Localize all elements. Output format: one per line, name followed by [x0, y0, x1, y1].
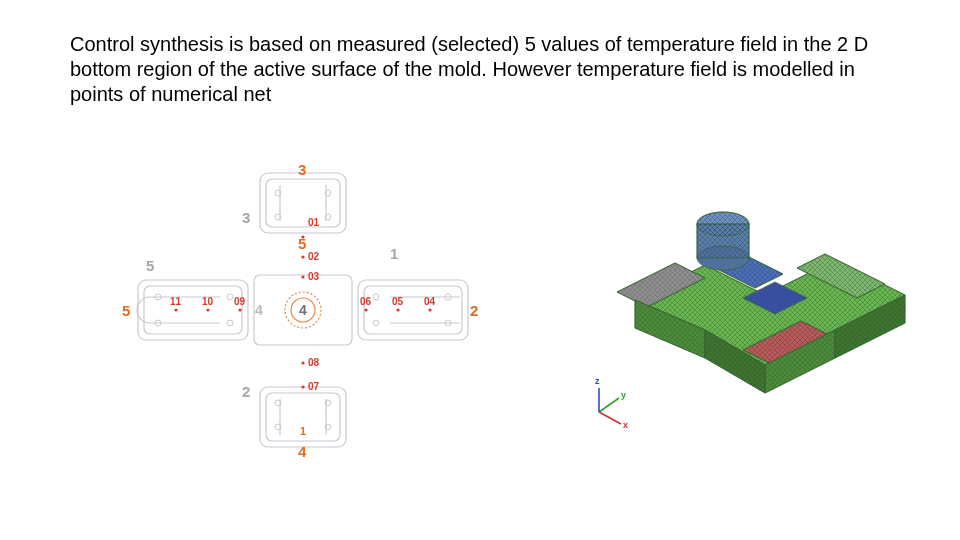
pt-02: 02 [308, 251, 319, 262]
svg-point-33 [227, 320, 233, 326]
branch-right-orange: 2 [470, 302, 478, 319]
axis-y-label: y [621, 390, 626, 400]
center-number: 4 [299, 302, 307, 318]
paragraph-text: Control synthesis is based on measured (… [70, 32, 890, 107]
svg-rect-1 [260, 387, 346, 447]
pt-11: 11 [170, 296, 181, 307]
branch-left-orange: 5 [122, 302, 130, 319]
svg-point-18 [301, 255, 304, 258]
svg-rect-6 [144, 286, 242, 334]
axis-z-label: z [595, 376, 600, 386]
svg-point-14 [364, 308, 367, 311]
small-1-bottom: 1 [300, 425, 306, 437]
mold-3d-mesh-svg [575, 150, 915, 450]
branch-mid-orange: 5 [298, 235, 306, 252]
branch-bottom-gray: 2 [242, 383, 250, 400]
pt-07: 07 [308, 381, 319, 392]
right-3d-mesh-diagram: x y z [575, 150, 915, 450]
branch-bottom-orange: 4 [298, 443, 306, 460]
pt-09: 09 [234, 296, 245, 307]
svg-line-62 [599, 412, 621, 424]
svg-point-15 [396, 308, 399, 311]
left-2d-mold-diagram: 3 5 5 2 4 3 5 1 2 4 4 11 10 09 06 05 04 … [130, 165, 480, 455]
svg-rect-3 [358, 280, 468, 340]
branch-right-gray: 1 [390, 245, 398, 262]
branch-left-gray: 5 [146, 257, 154, 274]
svg-rect-7 [364, 286, 462, 334]
svg-line-63 [599, 398, 619, 412]
svg-point-16 [428, 308, 431, 311]
axes-triad-icon [599, 388, 621, 424]
axis-x-label: x [623, 420, 628, 430]
svg-point-11 [174, 308, 177, 311]
pt-05: 05 [392, 296, 403, 307]
branch-top-orange: 3 [298, 161, 306, 178]
svg-point-19 [301, 275, 304, 278]
svg-point-34 [373, 294, 379, 300]
svg-point-21 [301, 385, 304, 388]
pt-03: 03 [308, 271, 319, 282]
pt-04: 04 [424, 296, 435, 307]
pt-08: 08 [308, 357, 319, 368]
svg-point-32 [227, 294, 233, 300]
svg-rect-0 [260, 173, 346, 233]
svg-point-35 [373, 320, 379, 326]
pt-01: 01 [308, 217, 319, 228]
svg-point-13 [238, 308, 241, 311]
pt-06: 06 [360, 296, 371, 307]
pt-10: 10 [202, 296, 213, 307]
svg-point-12 [206, 308, 209, 311]
svg-point-20 [301, 361, 304, 364]
figures-row: 3 5 5 2 4 3 5 1 2 4 4 11 10 09 06 05 04 … [0, 150, 960, 520]
svg-rect-2 [138, 280, 248, 340]
svg-rect-53 [697, 224, 749, 258]
center-left-4: 4 [255, 302, 263, 318]
branch-top-gray: 3 [242, 209, 250, 226]
